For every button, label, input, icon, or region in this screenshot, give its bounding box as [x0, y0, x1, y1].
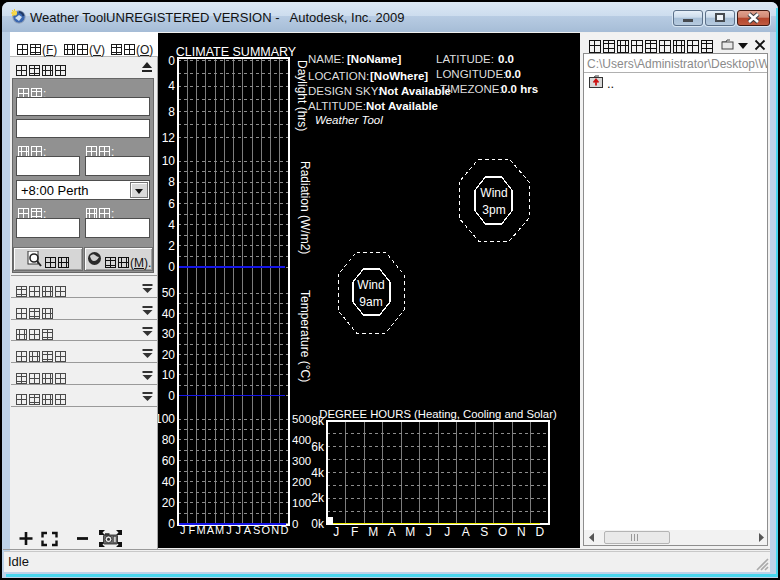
svg-text:Not Available: Not Available — [366, 100, 438, 112]
svg-text:N: N — [271, 524, 279, 536]
svg-text:0.0: 0.0 — [498, 53, 514, 65]
svg-text:[NoWhere]: [NoWhere] — [370, 70, 428, 82]
svg-text:Wind: Wind — [480, 186, 507, 200]
svg-text:Wind: Wind — [357, 278, 384, 292]
svg-text:J: J — [180, 524, 186, 536]
svg-text:6: 6 — [168, 197, 175, 211]
svg-text:12: 12 — [162, 131, 176, 145]
svg-text:ALTITUDE:: ALTITUDE: — [308, 100, 366, 112]
svg-text:40: 40 — [162, 475, 176, 489]
svg-text:300: 300 — [292, 455, 311, 467]
svg-text:0: 0 — [292, 518, 298, 530]
svg-text:J: J — [226, 524, 232, 536]
svg-text:8k: 8k — [311, 414, 325, 428]
svg-text:NAME:: NAME: — [308, 53, 344, 65]
svg-text:0.0: 0.0 — [505, 68, 521, 80]
svg-text:0: 0 — [168, 54, 175, 68]
svg-text:S: S — [480, 525, 488, 539]
svg-text:4k: 4k — [311, 466, 325, 480]
svg-text:8: 8 — [168, 105, 175, 119]
svg-text:4: 4 — [168, 79, 175, 93]
svg-text:400: 400 — [292, 434, 311, 446]
svg-text:3pm: 3pm — [482, 203, 505, 217]
svg-text:500: 500 — [292, 413, 311, 425]
svg-text:J: J — [235, 524, 241, 536]
svg-text:10: 10 — [162, 368, 176, 382]
svg-text:0: 0 — [168, 389, 175, 403]
svg-text:100: 100 — [158, 412, 175, 426]
svg-text:8: 8 — [168, 175, 175, 189]
svg-text:N: N — [517, 525, 526, 539]
svg-text:M: M — [368, 525, 378, 539]
svg-text:S: S — [253, 524, 260, 536]
svg-text:M: M — [405, 525, 415, 539]
svg-text:100: 100 — [292, 497, 311, 509]
svg-text:60: 60 — [162, 454, 176, 468]
svg-text:LOCATION:: LOCATION: — [308, 70, 369, 82]
svg-text:4: 4 — [168, 218, 175, 232]
svg-text:2k: 2k — [311, 491, 325, 505]
svg-text:50: 50 — [162, 286, 176, 300]
svg-text:J: J — [444, 525, 450, 539]
svg-text:[NoName]: [NoName] — [347, 53, 401, 65]
svg-text:Weather Tool: Weather Tool — [315, 114, 383, 126]
svg-text:80: 80 — [162, 433, 176, 447]
svg-text:2: 2 — [168, 239, 175, 253]
svg-text:J: J — [333, 525, 339, 539]
svg-text:0k: 0k — [311, 517, 325, 531]
svg-text:20: 20 — [162, 348, 176, 362]
svg-text:0: 0 — [168, 517, 175, 531]
svg-text:Radiation (W/m2): Radiation (W/m2) — [298, 161, 312, 254]
svg-text:TIMEZONE:: TIMEZONE: — [440, 83, 503, 95]
svg-text:J: J — [426, 525, 432, 539]
svg-text:A: A — [244, 524, 252, 536]
svg-text:F: F — [351, 525, 358, 539]
svg-text:M: M — [215, 524, 224, 536]
svg-text:0: 0 — [168, 260, 175, 274]
svg-text:A: A — [388, 525, 396, 539]
svg-text:0.0 hrs: 0.0 hrs — [501, 83, 538, 95]
svg-text:CLIMATE SUMMARY: CLIMATE SUMMARY — [176, 45, 297, 59]
svg-text:A: A — [462, 525, 470, 539]
svg-text:O: O — [262, 524, 271, 536]
svg-text:30: 30 — [162, 327, 176, 341]
svg-text:20: 20 — [162, 496, 176, 510]
svg-text:F: F — [189, 524, 196, 536]
svg-text:D: D — [280, 524, 288, 536]
svg-text:6k: 6k — [311, 440, 325, 454]
svg-text:Daylight (hrs): Daylight (hrs) — [295, 60, 309, 131]
svg-text:DESIGN SKY:: DESIGN SKY: — [308, 85, 381, 97]
svg-text:A: A — [207, 524, 215, 536]
svg-text:Temperature (°C): Temperature (°C) — [298, 290, 312, 382]
svg-text:40: 40 — [162, 307, 176, 321]
svg-text:9am: 9am — [359, 295, 382, 309]
svg-text:10: 10 — [162, 154, 176, 168]
svg-text:DEGREE HOURS (Heating, Cooling: DEGREE HOURS (Heating, Cooling and Solar… — [319, 408, 557, 420]
svg-text:200: 200 — [292, 476, 311, 488]
svg-text:LATITUDE:: LATITUDE: — [436, 53, 494, 65]
svg-text:LONGITUDE:: LONGITUDE: — [436, 68, 506, 80]
svg-text:M: M — [197, 524, 206, 536]
svg-text:O: O — [498, 525, 507, 539]
svg-text:D: D — [535, 525, 544, 539]
